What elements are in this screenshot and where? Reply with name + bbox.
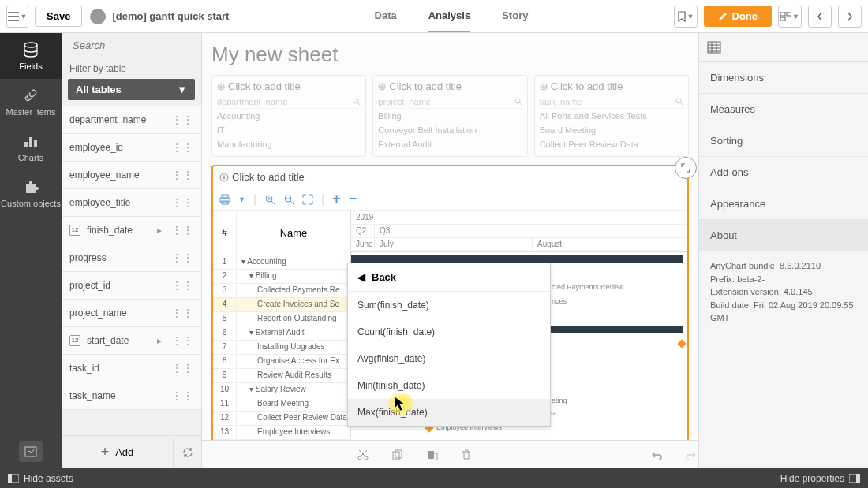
agg-item-sum[interactable]: Sum(finish_date)	[348, 292, 550, 319]
card-title[interactable]: Click to add title	[378, 80, 522, 92]
field-item-employee-name[interactable]: employee_name⋮⋮	[62, 162, 201, 189]
section-addons[interactable]: Add-ons	[699, 157, 868, 188]
list-item[interactable]: Collect Peer Review Data	[540, 137, 683, 151]
section-measures[interactable]: Measures	[699, 94, 868, 125]
drag-handle-icon: ⋮⋮	[171, 279, 193, 292]
tab-analysis[interactable]: Analysis	[428, 0, 470, 32]
agg-item-count[interactable]: Count(finish_date)	[348, 319, 550, 345]
card-search[interactable]: project_name	[378, 95, 522, 109]
prev-sheet-button[interactable]	[808, 6, 832, 28]
list-item[interactable]: External Audit	[378, 137, 522, 151]
redo-button[interactable]	[686, 450, 698, 460]
fit-button[interactable]	[302, 194, 313, 205]
agg-item-avg[interactable]: Avg(finish_date)	[348, 345, 550, 372]
sheet-title[interactable]: My new sheet	[211, 43, 689, 67]
gantt-row[interactable]: 4Create Invoices and Se	[213, 298, 350, 312]
gantt-title-add[interactable]: Click to add title	[213, 166, 687, 188]
svg-rect-5	[29, 137, 32, 147]
menu-button[interactable]: ▼	[6, 6, 28, 28]
field-item-employee-id[interactable]: employee_id⋮⋮	[62, 134, 201, 162]
agg-item-max[interactable]: Max(finish_date)	[348, 399, 550, 426]
card-title[interactable]: Click to add title	[217, 80, 361, 92]
filter-label: Filter by table	[62, 58, 201, 79]
cut-button[interactable]	[357, 449, 369, 460]
hide-assets-button[interactable]: Hide assets	[8, 473, 73, 484]
card-search[interactable]: department_name	[217, 95, 361, 109]
gantt-row[interactable]: 13Employee Interviews	[213, 426, 350, 440]
bookmark-button[interactable]: ▼	[674, 6, 698, 28]
gantt-row[interactable]: 3Collected Payments Re	[213, 284, 350, 298]
copy-button[interactable]	[392, 449, 403, 460]
expand-rows-button[interactable]: +	[332, 191, 341, 207]
delete-button[interactable]	[462, 449, 471, 460]
agg-item-min[interactable]: Min(finish_date)	[348, 372, 550, 399]
svg-point-3	[24, 43, 37, 47]
sidebar-item-fields[interactable]: Fields	[0, 33, 62, 79]
expand-handle[interactable]	[675, 157, 697, 179]
print-button[interactable]	[219, 194, 230, 205]
zoom-out-button[interactable]	[283, 194, 294, 205]
field-item-start-date[interactable]: 12start_date▸⋮⋮	[62, 327, 201, 355]
collapse-rows-button[interactable]: −	[349, 191, 357, 207]
sidebar-item-master[interactable]: Master items	[0, 79, 62, 125]
list-item[interactable]: Conveyor Belt Installation	[378, 123, 522, 137]
drag-handle-icon: ⋮⋮	[171, 251, 193, 264]
gantt-row[interactable]: 2▾ Billing	[213, 270, 350, 284]
drag-handle-icon: ⋮⋮	[171, 114, 193, 126]
sidebar-item-charts[interactable]: Charts	[0, 125, 62, 170]
undo-button[interactable]	[649, 450, 662, 460]
list-item[interactable]: IT	[217, 123, 361, 137]
filter-card-2[interactable]: Click to add titletask_nameAll Ports and…	[534, 75, 689, 157]
list-item[interactable]: Board Meeting	[540, 123, 683, 137]
refresh-button[interactable]	[173, 438, 201, 467]
top-tabs: Data Analysis Story	[229, 0, 673, 32]
zoom-in-button[interactable]	[264, 194, 275, 205]
tab-story[interactable]: Story	[502, 0, 528, 32]
gantt-row[interactable]: 5Report on Outstanding	[213, 312, 350, 326]
list-item[interactable]: Accounting	[217, 109, 361, 123]
list-item[interactable]: Billing	[378, 109, 522, 123]
tables-dropdown[interactable]: All tables ▼	[68, 79, 195, 100]
gantt-row[interactable]: 7Installing Upgrades	[213, 341, 350, 355]
tab-data[interactable]: Data	[375, 0, 397, 32]
done-button[interactable]: Done	[704, 6, 773, 27]
filter-card-1[interactable]: Click to add titleproject_nameBillingCon…	[372, 75, 527, 157]
insight-button[interactable]	[19, 441, 43, 462]
plus-circle-icon	[219, 173, 229, 182]
gantt-row[interactable]: 9Review Audit Results	[213, 369, 350, 383]
field-item-project-id[interactable]: project_id⋮⋮	[62, 272, 201, 300]
filter-card-0[interactable]: Click to add titledepartment_nameAccount…	[211, 75, 366, 157]
field-item-employee-title[interactable]: employee_title⋮⋮	[62, 189, 201, 217]
card-title[interactable]: Click to add title	[540, 80, 683, 92]
card-search[interactable]: task_name	[540, 95, 683, 109]
agg-back-button[interactable]: ◀ Back	[348, 263, 550, 292]
section-dimensions[interactable]: Dimensions	[699, 62, 868, 94]
svg-rect-29	[8, 474, 12, 483]
list-item[interactable]: All Ports and Services Tests	[540, 109, 683, 123]
gantt-row[interactable]: 6▾ External Audit	[213, 326, 350, 341]
field-item-progress[interactable]: progress⋮⋮	[62, 244, 201, 272]
hide-properties-button[interactable]: Hide properties	[780, 473, 860, 484]
gantt-row[interactable]: 8Organise Access for Ex	[213, 355, 350, 369]
list-item[interactable]: Manufacturing	[217, 137, 361, 151]
gantt-row[interactable]: 11Board Meeting	[213, 397, 350, 412]
gantt-row[interactable]: 12Collect Peer Review Data	[213, 412, 350, 426]
save-button[interactable]: Save	[35, 6, 82, 27]
section-appearance[interactable]: Appearance	[699, 188, 868, 220]
gantt-row[interactable]: 10▾ Salary Review	[213, 383, 350, 397]
sidebar-item-custom[interactable]: Custom objects	[0, 170, 62, 216]
field-item-finish-date[interactable]: 12finish_date▸⋮⋮	[62, 217, 201, 244]
field-item-task-name[interactable]: task_name⋮⋮	[62, 382, 201, 410]
next-sheet-button[interactable]	[838, 6, 862, 28]
add-button[interactable]: + Add	[62, 436, 173, 468]
search-box[interactable]	[62, 33, 201, 58]
field-item-project-name[interactable]: project_name⋮⋮	[62, 300, 201, 327]
field-item-department-name[interactable]: department_name⋮⋮	[62, 106, 201, 134]
field-item-task-id[interactable]: task_id⋮⋮	[62, 355, 201, 382]
paste-button[interactable]	[427, 449, 438, 460]
section-about[interactable]: About	[699, 220, 868, 251]
search-input[interactable]	[73, 39, 206, 51]
gantt-row[interactable]: 1▾ Accounting	[213, 255, 350, 270]
section-sorting[interactable]: Sorting	[699, 125, 868, 157]
sheets-button[interactable]: ▼	[778, 6, 802, 28]
